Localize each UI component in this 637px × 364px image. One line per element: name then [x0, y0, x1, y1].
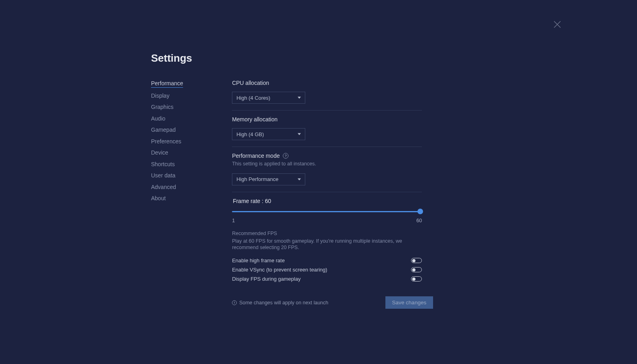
enable-high-frame-rate-toggle[interactable] [411, 258, 422, 263]
caret-down-icon [298, 178, 301, 180]
info-icon: i [232, 300, 237, 305]
memory-allocation-select[interactable]: High (4 GB) [232, 128, 305, 140]
sidebar-item-user-data[interactable]: User data [151, 172, 175, 179]
enable-vsync-label: Enable VSync (to prevent screen tearing) [232, 267, 327, 273]
help-icon[interactable]: ? [283, 153, 288, 159]
close-button[interactable] [554, 21, 561, 28]
cpu-allocation-value: High (4 Cores) [236, 95, 270, 101]
sidebar-item-preferences[interactable]: Preferences [151, 138, 181, 145]
sidebar-item-shortcuts[interactable]: Shortcuts [151, 161, 175, 168]
caret-down-icon [298, 133, 301, 135]
sidebar-item-advanced[interactable]: Advanced [151, 183, 176, 191]
performance-mode-value: High Performance [236, 176, 278, 182]
display-fps-label: Display FPS during gameplay [232, 276, 300, 282]
slider-thumb[interactable] [417, 209, 423, 214]
sidebar: Performance Display Graphics Audio Gamep… [151, 80, 183, 309]
sidebar-item-device[interactable]: Device [151, 149, 168, 156]
sidebar-item-display[interactable]: Display [151, 92, 169, 99]
toggle-ball [412, 268, 415, 271]
sidebar-item-about[interactable]: About [151, 195, 166, 202]
page-title: Settings [151, 52, 637, 64]
performance-mode-sublabel: This setting is applied to all instances… [232, 161, 422, 168]
performance-mode-select[interactable]: High Performance [232, 173, 305, 185]
enable-high-frame-rate-label: Enable high frame rate [232, 257, 285, 263]
recommended-fps-title: Recommended FPS [232, 231, 422, 236]
main-panel: CPU allocation High (4 Cores) Memory all… [232, 80, 422, 309]
recommended-fps-text: Play at 60 FPS for smooth gameplay. If y… [232, 238, 422, 251]
performance-mode-label: Performance mode ? [232, 153, 422, 159]
slider-max: 60 [416, 218, 422, 223]
toggle-ball [412, 278, 415, 281]
memory-allocation-label: Memory allocation [232, 116, 422, 123]
display-fps-toggle[interactable] [411, 276, 422, 282]
sidebar-item-gamepad[interactable]: Gamepad [151, 126, 175, 133]
frame-rate-slider[interactable] [232, 208, 422, 215]
sidebar-item-performance[interactable]: Performance [151, 80, 183, 88]
enable-vsync-toggle[interactable] [411, 267, 422, 272]
cpu-allocation-select[interactable]: High (4 Cores) [232, 92, 305, 104]
caret-down-icon [298, 97, 301, 99]
footer-note: i Some changes will apply on next launch [232, 300, 328, 306]
slider-track [232, 211, 422, 212]
sidebar-item-graphics[interactable]: Graphics [151, 103, 173, 111]
frame-rate-label: Frame rate : 60 [232, 198, 422, 204]
toggle-ball [412, 259, 415, 262]
slider-min: 1 [232, 218, 235, 223]
save-changes-button[interactable]: Save changes [385, 296, 433, 309]
sidebar-item-audio[interactable]: Audio [151, 115, 165, 122]
memory-allocation-value: High (4 GB) [236, 131, 264, 137]
cpu-allocation-label: CPU allocation [232, 80, 422, 86]
